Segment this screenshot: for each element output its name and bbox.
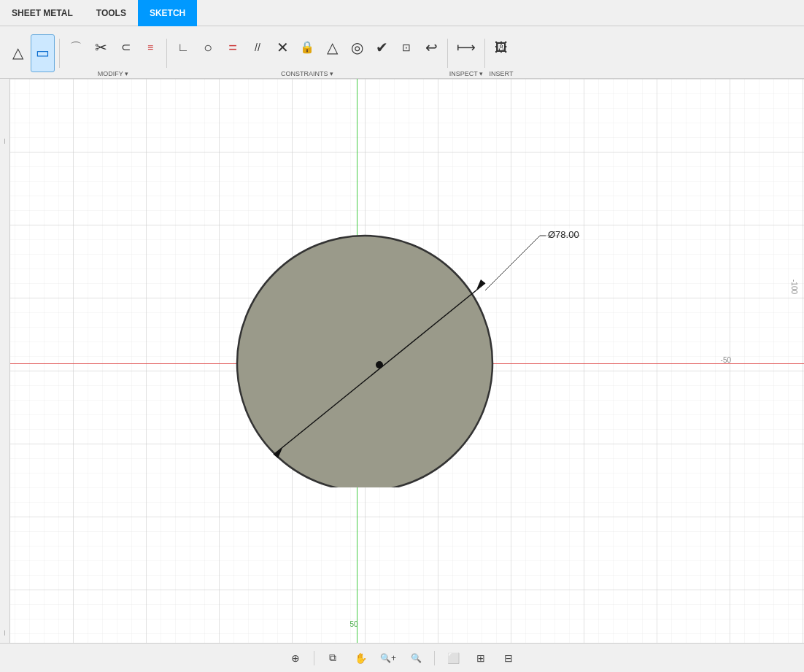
tool-arrow-curve[interactable]: ↩ [420,29,443,67]
tab-sheet-metal[interactable]: SHEET METAL [0,0,85,26]
bracket-icon: ⊡ [402,42,411,53]
left-ruler: | | [0,79,10,643]
equals-icon: = [228,40,237,55]
separator-2 [166,39,167,68]
copy-icon: ⧉ [329,652,336,664]
status-bar: ⊕ ⧉ ✋ 🔍+ 🔍 ⬜ ⊞ ⊟ [0,643,804,672]
ruler-right-100: -100 [790,279,798,294]
tool-parallel[interactable]: // [246,29,269,67]
pan-icon: ✋ [355,652,367,664]
tool-checkmark[interactable]: ✔ [370,29,393,67]
status-sep-2 [434,651,435,665]
status-display-btn[interactable]: ⬜ [442,648,464,668]
insert-label: INSERT [490,70,514,77]
cross-icon: ✕ [277,40,289,55]
measure-icon: ⟼ [457,41,476,54]
arc-icon: ⌒ [70,42,82,53]
tool-hlines[interactable]: ≡ [139,29,162,67]
scissors-icon: ✂ [95,40,107,55]
tool-circle-target[interactable]: ◎ [345,29,368,67]
arrow-curve-icon: ↩ [425,40,438,55]
ruler-right-50: -50 [721,356,731,364]
tool-rectangle[interactable]: ▭ [31,34,55,72]
left-ruler-mark-bottom: | [4,629,5,636]
status-grid-btn[interactable]: ⊞ [470,648,492,668]
modify-label: MODIFY ▾ [98,70,128,77]
tool-scissors[interactable]: ✂ [89,29,112,67]
status-zoom-fit-btn[interactable]: 🔍 [405,648,427,668]
status-pan-btn[interactable]: ✋ [349,648,371,668]
dimension-leader [438,203,584,349]
hlines-icon: ≡ [147,42,153,53]
toolbar-tab-row: SHEET METAL TOOLS SKETCH [0,0,804,26]
zoom-fit-icon: 🔍 [411,653,422,663]
svg-line-7 [485,236,540,290]
status-origin-btn[interactable]: ⊕ [285,648,306,668]
dimension-label: Ø78.00 [546,228,581,241]
status-zoom-in-btn[interactable]: 🔍+ [377,648,399,668]
checkmark-icon: ✔ [376,40,388,55]
inspect-label: INSPECT ▾ [449,70,483,77]
tool-circle-constraint[interactable]: ○ [196,29,220,67]
separator-1 [59,39,60,68]
circle-target-icon: ◎ [351,40,363,55]
tab-tools[interactable]: TOOLS [85,0,138,26]
subset-icon: ⊂ [121,42,131,53]
tool-arc[interactable]: ⌒ [64,29,88,67]
delta-icon: △ [327,40,338,55]
tool-bracket[interactable]: ⊡ [395,29,418,67]
ruler-bottom-50: 50 [349,620,357,628]
tab-sketch[interactable]: SKETCH [138,0,197,26]
insert-group: 🖼 INSERT [490,29,513,77]
insert-icon: 🖼 [495,41,508,54]
inspect-group: ⟼ INSPECT ▾ [452,29,480,77]
status-copy-btn[interactable]: ⧉ [322,648,344,668]
view-icon: ⊟ [504,652,513,664]
status-view-btn[interactable]: ⊟ [498,648,519,668]
status-sep-1 [314,651,314,665]
left-ruler-mark-top: | [4,137,5,144]
tool-angle-constraint[interactable]: ∟ [171,29,195,67]
tool-insert[interactable]: 🖼 [490,29,513,67]
tool-triangle[interactable]: △ [6,34,29,72]
tool-subset[interactable]: ⊂ [114,29,137,67]
canvas-area[interactable]: Ø78.00 -50 -100 50 | | [0,79,804,643]
grid-icon: ⊞ [476,652,485,664]
lock-icon: 🔒 [300,42,314,53]
zoom-in-icon: 🔍+ [380,653,396,663]
origin-icon: ⊕ [291,652,300,664]
angle-icon: ∟ [177,42,189,53]
tool-lock[interactable]: 🔒 [295,29,319,67]
constraints-label: CONSTRAINTS ▾ [281,70,333,77]
rectangle-icon: ▭ [36,45,50,60]
separator-4 [484,39,485,68]
tool-delta[interactable]: △ [320,29,344,67]
toolbar-icon-row: △ ▭ ⌒ ✂ ⊂ ≡ MODIFY ▾ [0,26,804,80]
tool-measure[interactable]: ⟼ [452,29,480,67]
separator-3 [447,39,448,68]
display-icon: ⬜ [447,652,460,664]
toolbar: SHEET METAL TOOLS SKETCH △ ▭ ⌒ ✂ [0,0,804,79]
tool-cross[interactable]: ✕ [271,29,294,67]
constraints-group: ∟ ○ = // ✕ 🔒 △ [171,29,443,77]
tool-equals[interactable]: = [221,29,244,67]
triangle-icon: △ [12,45,23,60]
circle-o-icon: ○ [204,40,212,55]
modify-group: ⌒ ✂ ⊂ ≡ MODIFY ▾ [64,29,162,77]
parallel-icon: // [255,42,260,53]
svg-point-6 [376,361,383,368]
